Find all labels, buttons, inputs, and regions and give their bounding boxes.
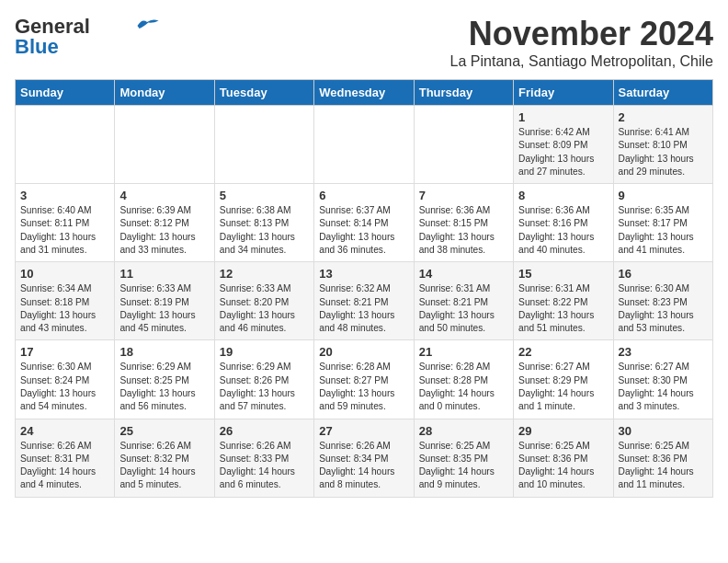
calendar-cell: 3Sunrise: 6:40 AM Sunset: 8:11 PM Daylig… [16, 184, 115, 262]
day-number: 8 [518, 189, 608, 202]
calendar-cell: 28Sunrise: 6:25 AM Sunset: 8:35 PM Dayli… [414, 419, 513, 497]
day-info: Sunrise: 6:30 AM Sunset: 8:24 PM Dayligh… [20, 361, 109, 413]
day-number: 13 [319, 267, 408, 281]
day-info: Sunrise: 6:38 AM Sunset: 8:13 PM Dayligh… [220, 204, 309, 257]
day-info: Sunrise: 6:28 AM Sunset: 8:28 PM Dayligh… [419, 361, 508, 413]
calendar-cell: 25Sunrise: 6:26 AM Sunset: 8:32 PM Dayli… [115, 419, 214, 497]
day-info: Sunrise: 6:33 AM Sunset: 8:19 PM Dayligh… [119, 282, 209, 335]
logo: General Blue [15, 15, 160, 59]
day-info: Sunrise: 6:41 AM Sunset: 8:10 PM Dayligh… [619, 126, 708, 178]
day-number: 24 [20, 424, 109, 438]
day-info: Sunrise: 6:34 AM Sunset: 8:18 PM Dayligh… [20, 282, 109, 335]
calendar-cell: 4Sunrise: 6:39 AM Sunset: 8:12 PM Daylig… [115, 184, 214, 262]
day-info: Sunrise: 6:40 AM Sunset: 8:11 PM Dayligh… [20, 204, 109, 257]
day-info: Sunrise: 6:31 AM Sunset: 8:22 PM Dayligh… [518, 282, 608, 335]
calendar-cell: 26Sunrise: 6:26 AM Sunset: 8:33 PM Dayli… [214, 419, 313, 497]
day-number: 12 [220, 267, 309, 281]
day-number: 26 [220, 424, 309, 438]
day-number: 29 [518, 424, 608, 438]
title-area: November 2024 La Pintana, Santiago Metro… [450, 15, 713, 70]
calendar-cell: 11Sunrise: 6:33 AM Sunset: 8:19 PM Dayli… [115, 262, 214, 340]
day-info: Sunrise: 6:37 AM Sunset: 8:14 PM Dayligh… [319, 204, 408, 257]
calendar-cell [214, 106, 313, 184]
weekday-header-wednesday: Wednesday [314, 80, 414, 106]
calendar-week-row: 10Sunrise: 6:34 AM Sunset: 8:18 PM Dayli… [16, 262, 713, 340]
day-number: 7 [419, 189, 508, 202]
weekday-header-saturday: Saturday [613, 80, 712, 106]
day-number: 15 [518, 267, 608, 281]
day-number: 16 [619, 267, 708, 281]
day-info: Sunrise: 6:31 AM Sunset: 8:21 PM Dayligh… [419, 282, 508, 335]
day-info: Sunrise: 6:29 AM Sunset: 8:25 PM Dayligh… [119, 361, 209, 413]
calendar-cell [314, 106, 414, 184]
calendar-cell: 14Sunrise: 6:31 AM Sunset: 8:21 PM Dayli… [414, 262, 513, 340]
day-number: 30 [619, 424, 708, 438]
day-number: 11 [119, 267, 209, 281]
calendar-cell: 13Sunrise: 6:32 AM Sunset: 8:21 PM Dayli… [314, 262, 414, 340]
day-info: Sunrise: 6:25 AM Sunset: 8:36 PM Dayligh… [619, 440, 708, 492]
day-info: Sunrise: 6:25 AM Sunset: 8:35 PM Dayligh… [419, 440, 508, 492]
calendar-table: SundayMondayTuesdayWednesdayThursdayFrid… [15, 79, 713, 498]
calendar-cell: 21Sunrise: 6:28 AM Sunset: 8:28 PM Dayli… [414, 340, 513, 419]
logo-bird-icon [134, 16, 160, 32]
calendar-week-row: 3Sunrise: 6:40 AM Sunset: 8:11 PM Daylig… [16, 184, 713, 262]
weekday-header-friday: Friday [514, 80, 613, 106]
calendar-week-row: 1Sunrise: 6:42 AM Sunset: 8:09 PM Daylig… [16, 106, 713, 184]
day-info: Sunrise: 6:30 AM Sunset: 8:23 PM Dayligh… [619, 282, 708, 335]
calendar-cell [115, 106, 214, 184]
calendar-cell: 24Sunrise: 6:26 AM Sunset: 8:31 PM Dayli… [16, 419, 115, 497]
calendar-cell: 7Sunrise: 6:36 AM Sunset: 8:15 PM Daylig… [414, 184, 513, 262]
day-info: Sunrise: 6:36 AM Sunset: 8:15 PM Dayligh… [419, 204, 508, 257]
day-info: Sunrise: 6:32 AM Sunset: 8:21 PM Dayligh… [319, 282, 408, 335]
day-info: Sunrise: 6:26 AM Sunset: 8:34 PM Dayligh… [319, 440, 408, 492]
calendar-cell [16, 106, 115, 184]
day-number: 21 [419, 345, 508, 359]
day-info: Sunrise: 6:36 AM Sunset: 8:16 PM Dayligh… [518, 204, 608, 257]
calendar-cell: 10Sunrise: 6:34 AM Sunset: 8:18 PM Dayli… [16, 262, 115, 340]
day-number: 14 [419, 267, 508, 281]
calendar-cell: 8Sunrise: 6:36 AM Sunset: 8:16 PM Daylig… [514, 184, 613, 262]
calendar-cell: 17Sunrise: 6:30 AM Sunset: 8:24 PM Dayli… [16, 340, 115, 419]
month-title: November 2024 [450, 15, 713, 53]
page-header: General Blue November 2024 La Pintana, S… [15, 15, 713, 70]
day-number: 17 [20, 345, 109, 359]
day-number: 25 [119, 424, 209, 438]
weekday-header-thursday: Thursday [414, 80, 513, 106]
weekday-header-tuesday: Tuesday [214, 80, 313, 106]
calendar-cell [414, 106, 513, 184]
day-number: 18 [119, 345, 209, 359]
weekday-header-sunday: Sunday [16, 80, 115, 106]
calendar-cell: 12Sunrise: 6:33 AM Sunset: 8:20 PM Dayli… [214, 262, 313, 340]
day-number: 3 [20, 189, 109, 202]
calendar-cell: 16Sunrise: 6:30 AM Sunset: 8:23 PM Dayli… [613, 262, 712, 340]
calendar-cell: 23Sunrise: 6:27 AM Sunset: 8:30 PM Dayli… [613, 340, 712, 419]
calendar-week-row: 24Sunrise: 6:26 AM Sunset: 8:31 PM Dayli… [16, 419, 713, 497]
day-number: 5 [220, 189, 309, 202]
calendar-cell: 22Sunrise: 6:27 AM Sunset: 8:29 PM Dayli… [514, 340, 613, 419]
calendar-cell: 29Sunrise: 6:25 AM Sunset: 8:36 PM Dayli… [514, 419, 613, 497]
day-number: 28 [419, 424, 508, 438]
day-number: 10 [20, 267, 109, 281]
calendar-cell: 20Sunrise: 6:28 AM Sunset: 8:27 PM Dayli… [314, 340, 414, 419]
day-number: 20 [319, 345, 408, 359]
day-info: Sunrise: 6:33 AM Sunset: 8:20 PM Dayligh… [220, 282, 309, 335]
calendar-cell: 15Sunrise: 6:31 AM Sunset: 8:22 PM Dayli… [514, 262, 613, 340]
day-info: Sunrise: 6:26 AM Sunset: 8:31 PM Dayligh… [20, 440, 109, 492]
logo-blue: Blue [15, 35, 59, 59]
weekday-header-monday: Monday [115, 80, 214, 106]
calendar-cell: 6Sunrise: 6:37 AM Sunset: 8:14 PM Daylig… [314, 184, 414, 262]
day-number: 19 [220, 345, 309, 359]
calendar-cell: 1Sunrise: 6:42 AM Sunset: 8:09 PM Daylig… [514, 106, 613, 184]
day-info: Sunrise: 6:29 AM Sunset: 8:26 PM Dayligh… [220, 361, 309, 413]
weekday-header-row: SundayMondayTuesdayWednesdayThursdayFrid… [16, 80, 713, 106]
day-number: 1 [518, 110, 608, 124]
calendar-cell: 30Sunrise: 6:25 AM Sunset: 8:36 PM Dayli… [613, 419, 712, 497]
calendar-cell: 18Sunrise: 6:29 AM Sunset: 8:25 PM Dayli… [115, 340, 214, 419]
day-number: 9 [619, 189, 708, 202]
day-number: 27 [319, 424, 408, 438]
day-number: 22 [518, 345, 608, 359]
day-info: Sunrise: 6:27 AM Sunset: 8:29 PM Dayligh… [518, 361, 608, 413]
day-info: Sunrise: 6:27 AM Sunset: 8:30 PM Dayligh… [619, 361, 708, 413]
day-info: Sunrise: 6:35 AM Sunset: 8:17 PM Dayligh… [619, 204, 708, 257]
day-info: Sunrise: 6:26 AM Sunset: 8:33 PM Dayligh… [220, 440, 309, 492]
